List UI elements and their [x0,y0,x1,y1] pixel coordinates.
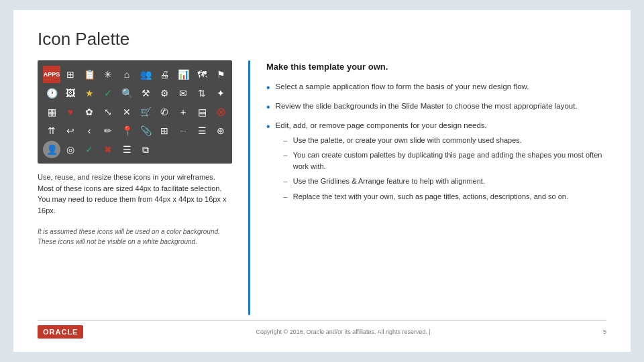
icon-cell: ✦ [212,84,229,102]
icon-cell: ★ [80,84,98,102]
icon-cell: ✿ [80,103,98,121]
icon-cell: ↩ [62,122,79,139]
icon-cell: ◎ [62,141,79,158]
icon-cell: ⚙ [156,84,173,102]
icon-cell: ⇅ [193,84,211,102]
bullet-text: Select a sample application flow to form… [276,81,529,93]
icon-cell: 🖼 [62,84,79,102]
icon-cell: ✓ [99,84,117,102]
icon-cell: ▦ [43,103,60,121]
content-area: APPS ⊞ 📋 ✳ ⌂ 👥 🖨 📊 🗺 ⚑ 🕐 🖼 ★ ✓ 🔍 ⚒ ⚙ ✉ [38,60,606,315]
sub-bullet-4: – Replace the text with your own, such a… [276,191,606,202]
icon-cell: ☰ [193,122,211,139]
right-column: Make this template your own. • Select a … [266,60,606,315]
sub-dash: – [284,176,288,187]
icon-cell: ⊞ [156,122,173,139]
sub-bullet-text: Use the palette, or create your own slid… [293,135,522,146]
sub-dash: – [284,135,288,146]
icon-cell: ✆ [156,103,173,121]
bullet-item-1: • Select a sample application flow to fo… [266,81,606,94]
sub-dash: – [284,149,288,172]
icon-cell: 📊 [174,66,192,83]
icon-cell: ✕ [118,103,136,121]
icon-cell [193,141,211,158]
sub-bullet-2: – You can create custom palettes by dupl… [276,149,606,172]
oracle-logo-box: ORACLE [38,325,83,339]
bullet-dot: • [266,81,270,94]
bullet-text: Review the slide backgrounds in the Slid… [276,101,578,112]
icon-cell: 🖨 [156,66,173,83]
icon-cell: ✖ [99,141,117,158]
right-heading: Make this template your own. [266,62,606,72]
icon-cell: ✏ [99,122,117,139]
icon-cell: ⊛ [212,122,229,139]
icon-cell: APPS [43,66,60,83]
left-description: Use, reuse, and resize these icons in yo… [38,172,232,216]
icon-cell: 📍 [118,122,136,139]
icon-cell: ⚒ [137,84,154,102]
page-title: Icon Palette [38,29,606,50]
icon-cell: ♥ [62,103,79,121]
icon-cell: 🔍 [118,84,136,102]
icon-cell: ✉ [174,84,192,102]
icon-cell: 🛒 [137,103,154,121]
footer-copyright: Copyright © 2016, Oracle and/or its affi… [83,328,603,335]
icon-cell: ▤ [193,103,211,121]
icon-cell: ‹ [80,122,98,139]
sub-bullet-text: Use the Gridlines & Arrange feature to h… [293,176,485,187]
icon-cell: ⊞ [62,66,79,83]
bullet-dot: • [266,120,270,133]
icon-cell: ⊗ [212,103,229,121]
sub-bullet-1: – Use the palette, or create your own sl… [276,135,606,146]
icon-cell: ⌂ [118,66,136,83]
icon-cell [174,141,192,158]
sub-bullet-text: Replace the text with your own, such as … [293,191,568,202]
footer-page-number: 5 [603,328,606,335]
icon-cell: ✓ [80,141,98,158]
icon-cell [212,141,229,158]
bullet-item-3: • Edit, add, or remove page components f… [266,120,606,202]
icon-cell [156,141,173,158]
bullet-item-2: • Review the slide backgrounds in the Sl… [266,101,606,113]
sub-dash: – [284,191,288,202]
icon-cell: 👥 [137,66,154,83]
footer: ORACLE Copyright © 2016, Oracle and/or i… [38,320,606,339]
icon-cell: + [174,103,192,121]
icon-palette-grid: APPS ⊞ 📋 ✳ ⌂ 👥 🖨 📊 🗺 ⚑ 🕐 🖼 ★ ✓ 🔍 ⚒ ⚙ ✉ [38,60,232,164]
icon-cell: 🕐 [43,84,60,102]
oracle-logo: ORACLE [38,325,83,339]
bullet-text: Edit, add, or remove page components for… [276,121,487,129]
left-column: APPS ⊞ 📋 ✳ ⌂ 👥 🖨 📊 🗺 ⚑ 🕐 🖼 ★ ✓ 🔍 ⚒ ⚙ ✉ [38,60,232,315]
left-description-italic: It is assumed these icons will be used o… [38,227,232,247]
icon-cell: ☰ [118,141,136,158]
slide: Icon Palette APPS ⊞ 📋 ✳ ⌂ 👥 🖨 📊 🗺 ⚑ 🕐 🖼 [13,10,631,352]
bullet-dot: • [266,101,270,113]
icon-cell: 📋 [80,66,98,83]
icon-cell: ✳ [99,66,117,83]
sub-bullet-text: You can create custom palettes by duplic… [293,149,606,172]
section-divider [248,60,250,315]
icon-cell: ⚑ [212,66,229,83]
icon-cell: 🗺 [193,66,211,83]
icon-cell: 📎 [137,122,154,139]
icon-cell: 👤 [43,141,60,158]
icon-cell: ⇈ [43,122,60,139]
icon-cell: ⧉ [137,141,154,158]
icon-cell: ··· [174,122,192,139]
sub-bullet-3: – Use the Gridlines & Arrange feature to… [276,176,606,187]
sub-bullets: – Use the palette, or create your own sl… [276,135,606,202]
icon-cell: ⤡ [99,103,117,121]
